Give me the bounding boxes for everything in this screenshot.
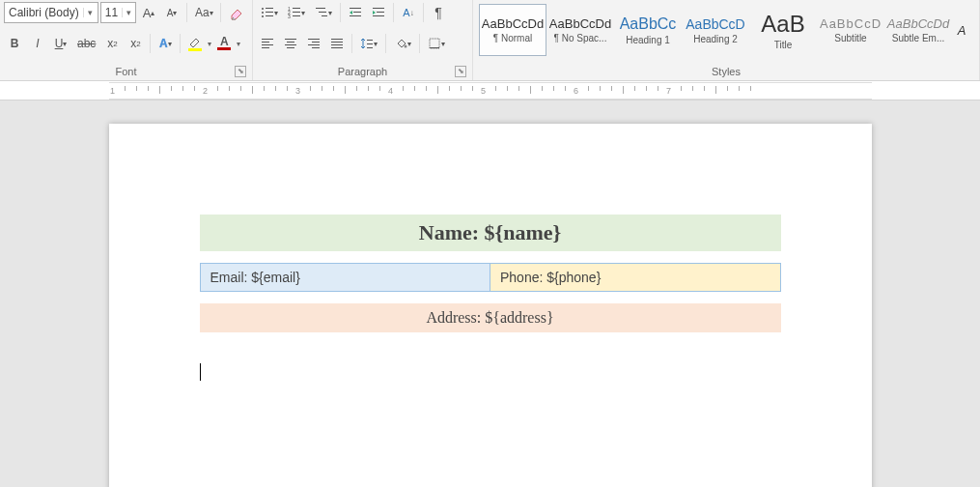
page[interactable]: Name: ${name} Email: ${email} Phone: ${p…: [109, 124, 872, 487]
contact-row: Email: ${email} Phone: ${phone}: [200, 264, 780, 292]
style-name: ¶ No Spac...: [554, 33, 607, 43]
outdent-icon: [349, 6, 362, 19]
shading-button[interactable]: ▾: [390, 33, 415, 54]
svg-rect-36: [331, 47, 343, 48]
numbering-button[interactable]: 123▾: [284, 2, 309, 23]
style---no-spac---[interactable]: AaBbCcDd¶ No Spac...: [546, 4, 614, 56]
svg-rect-7: [293, 8, 300, 9]
contact-table: Email: ${email} Phone: ${phone}: [200, 263, 781, 292]
align-right-button[interactable]: [303, 33, 324, 54]
change-case-button[interactable]: Aa▾: [191, 2, 216, 23]
svg-rect-11: [293, 15, 300, 16]
sort-button[interactable]: A↓: [398, 2, 419, 23]
justify-button[interactable]: [326, 33, 348, 54]
bold-button[interactable]: B: [4, 33, 25, 54]
shrink-font-button[interactable]: A▾: [161, 2, 182, 23]
italic-button[interactable]: I: [27, 33, 48, 54]
style-sample: AaBbCcDd: [887, 16, 949, 31]
strikethrough-button[interactable]: abc: [73, 33, 99, 54]
document-area: Name: ${name} Email: ${email} Phone: ${p…: [0, 100, 980, 487]
multilevel-list-button[interactable]: ▾: [311, 2, 336, 23]
show-marks-button[interactable]: ¶: [428, 2, 449, 23]
phone-cell[interactable]: Phone: ${phone}: [490, 264, 781, 292]
ruler-number: 5: [481, 86, 486, 96]
svg-rect-19: [377, 12, 384, 13]
svg-rect-27: [285, 44, 296, 45]
chevron-down-icon[interactable]: ▾: [208, 40, 211, 48]
ruler-number: 7: [666, 86, 671, 96]
font-name-combo[interactable]: Calibri (Body) ▾: [4, 2, 98, 23]
highlight-color-button[interactable]: [184, 33, 206, 54]
style-title[interactable]: AaBTitle: [749, 4, 817, 56]
bullets-button[interactable]: ▾: [257, 2, 282, 23]
svg-rect-24: [262, 47, 269, 48]
borders-button[interactable]: ▾: [424, 33, 449, 54]
font-dialog-launcher[interactable]: ⬊: [235, 66, 246, 77]
address-cell[interactable]: Address: ${address}: [200, 303, 781, 332]
font-group: Calibri (Body) ▾ 11 ▾ A▴ A▾ Aa▾ B I U▾ a…: [0, 0, 253, 80]
svg-rect-15: [350, 8, 361, 9]
font-name-value: Calibri (Body): [5, 6, 83, 19]
style-name: Subtle Em...: [892, 33, 944, 43]
font-color-button[interactable]: A: [213, 33, 235, 54]
grow-font-button[interactable]: A▴: [138, 2, 159, 23]
svg-rect-12: [316, 8, 325, 9]
svg-rect-16: [353, 12, 361, 13]
svg-rect-39: [367, 47, 373, 48]
svg-rect-9: [293, 12, 300, 13]
template-table: Name: ${name}: [200, 215, 781, 251]
line-spacing-button[interactable]: ▾: [356, 33, 381, 54]
svg-rect-38: [367, 43, 373, 44]
svg-rect-30: [312, 42, 320, 43]
style-subtle-em---[interactable]: AaBbCcDdSubtle Em...: [884, 4, 952, 56]
style-more[interactable]: A: [952, 4, 971, 56]
align-left-button[interactable]: [257, 33, 278, 54]
underline-button[interactable]: U▾: [50, 33, 71, 54]
chevron-down-icon[interactable]: ▾: [237, 40, 240, 48]
line-spacing-icon: [360, 37, 374, 50]
style---normal[interactable]: AaBbCcDd¶ Normal: [479, 4, 546, 56]
paragraph-group: ▾ 123▾ ▾ A↓ ¶: [253, 0, 473, 80]
name-cell[interactable]: Name: ${name}: [200, 215, 781, 251]
style-name: Heading 2: [693, 34, 738, 44]
svg-rect-32: [312, 47, 320, 48]
address-row: Address: ${address}: [200, 303, 781, 332]
email-cell[interactable]: Email: ${email}: [200, 264, 490, 292]
chevron-down-icon[interactable]: ▾: [122, 8, 135, 17]
svg-point-0: [262, 8, 264, 10]
svg-rect-33: [331, 39, 343, 40]
svg-rect-35: [331, 44, 343, 45]
style-subtitle[interactable]: AaBbCcDSubtitle: [817, 4, 884, 56]
address-table: Address: ${address}: [200, 303, 781, 332]
style-name: Subtitle: [834, 33, 866, 43]
svg-rect-37: [367, 40, 373, 41]
style-sample: AaBbCcD: [686, 16, 744, 32]
chevron-down-icon[interactable]: ▾: [83, 8, 97, 17]
ruler-number: 6: [574, 86, 578, 96]
multilevel-list-icon: [315, 6, 328, 19]
svg-rect-42: [430, 47, 439, 48]
style-sample: AaB: [761, 11, 804, 38]
font-size-combo[interactable]: 11 ▾: [100, 2, 136, 23]
subscript-button[interactable]: x2: [101, 33, 123, 54]
highlighter-icon: [188, 37, 202, 48]
font-size-value: 11: [101, 6, 122, 19]
clear-formatting-button[interactable]: [225, 2, 248, 23]
decrease-indent-button[interactable]: [345, 2, 366, 23]
style-heading-2[interactable]: AaBbCcDHeading 2: [682, 4, 749, 56]
indent-icon: [372, 6, 385, 19]
svg-rect-3: [266, 12, 273, 13]
svg-rect-26: [287, 42, 294, 43]
ruler-number: 3: [295, 86, 300, 96]
style-heading-1[interactable]: AaBbCcHeading 1: [614, 4, 682, 56]
style-sample: AaBbCcDd: [549, 16, 611, 31]
increase-indent-button[interactable]: [368, 2, 389, 23]
styles-gallery[interactable]: AaBbCcDd¶ NormalAaBbCcDd¶ No Spac...AaBb…: [477, 2, 975, 58]
align-center-button[interactable]: [280, 33, 301, 54]
horizontal-ruler[interactable]: 1234567: [109, 82, 872, 100]
svg-rect-25: [285, 39, 296, 40]
superscript-button[interactable]: x2: [125, 33, 146, 54]
paragraph-dialog-launcher[interactable]: ⬊: [455, 66, 466, 77]
style-name: ¶ Normal: [493, 33, 532, 43]
text-effects-button[interactable]: A▾: [154, 33, 176, 54]
